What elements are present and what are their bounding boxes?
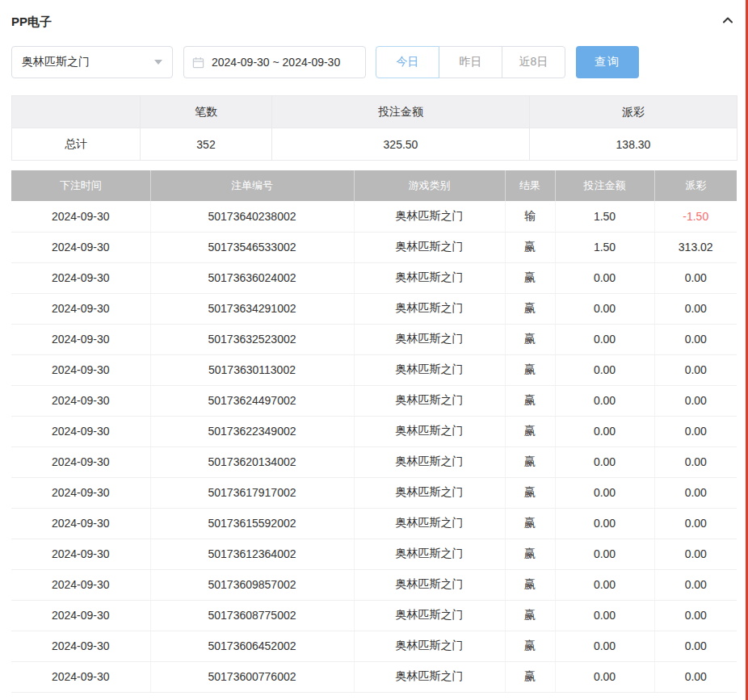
cell-result: 赢 [505,262,555,293]
cell-bet-time: 2024-09-30 [11,324,150,354]
table-row: 2024-09-3050173546533002奥林匹斯之门赢1.50313.0… [11,232,737,262]
cell-bet-amount: 0.00 [555,262,654,293]
panel-header: PP电子 [11,0,737,44]
cell-bet-amount: 0.00 [555,569,654,600]
summary-header-count: 笔数 [141,96,272,128]
summary-header-blank [12,96,141,128]
cell-order-id: 50173612364002 [150,539,354,569]
cell-game-type: 奥林匹斯之门 [354,631,505,661]
cell-order-id: 50173600776002 [150,661,354,692]
date-range-input[interactable]: 2024-09-30 ~ 2024-09-30 [183,46,366,78]
table-row: 2024-09-3050173640238002奥林匹斯之门输1.50-1.50 [11,201,737,232]
summary-bet-amount-value: 325.50 [272,128,530,161]
cell-game-type: 奥林匹斯之门 [354,232,505,262]
cell-payout: 0.00 [654,416,737,446]
cell-game-type: 奥林匹斯之门 [354,508,505,539]
cell-result: 赢 [505,631,555,661]
search-button[interactable]: 查询 [576,46,639,78]
cell-game-type: 奥林匹斯之门 [354,661,505,692]
table-row: 2024-09-3050173634291002奥林匹斯之门赢0.000.00 [11,293,737,324]
cell-order-id: 50173620134002 [150,446,354,477]
cell-payout: 0.00 [654,446,737,477]
bet-table-body: 2024-09-3050173640238002奥林匹斯之门输1.50-1.50… [11,201,737,692]
cell-payout: 0.00 [654,477,737,508]
cell-payout: 0.00 [654,293,737,324]
col-header-result: 结果 [505,170,555,201]
cell-result: 赢 [505,385,555,416]
table-row: 2024-09-3050173606452002奥林匹斯之门赢0.000.00 [11,631,737,661]
summary-table: 笔数 投注金额 派彩 总计 352 325.50 138.30 [11,95,737,161]
table-row: 2024-09-3050173609857002奥林匹斯之门赢0.000.00 [11,569,737,600]
cell-result: 赢 [505,508,555,539]
cell-order-id: 50173615592002 [150,508,354,539]
cell-payout: 0.00 [654,539,737,569]
cell-order-id: 50173609857002 [150,569,354,600]
cell-bet-amount: 0.00 [555,477,654,508]
summary-total-label: 总计 [12,128,141,161]
cell-bet-amount: 0.00 [555,354,654,385]
cell-bet-time: 2024-09-30 [11,661,150,692]
table-row: 2024-09-3050173617917002奥林匹斯之门赢0.000.00 [11,477,737,508]
cell-game-type: 奥林匹斯之门 [354,354,505,385]
date-range-value: 2024-09-30 ~ 2024-09-30 [212,56,340,69]
cell-bet-time: 2024-09-30 [11,354,150,385]
cell-game-type: 奥林匹斯之门 [354,262,505,293]
cell-bet-time: 2024-09-30 [11,416,150,446]
cell-payout: 0.00 [654,354,737,385]
game-select[interactable]: 奥林匹斯之门 [11,46,173,78]
cell-payout: 0.00 [654,385,737,416]
cell-payout: 0.00 [654,661,737,692]
col-header-bet-time: 下注时间 [11,170,150,201]
cell-bet-amount: 1.50 [555,232,654,262]
yesterday-button[interactable]: 昨日 [439,46,502,78]
cell-order-id: 50173546533002 [150,232,354,262]
today-button[interactable]: 今日 [376,46,439,78]
col-header-payout: 派彩 [654,170,737,201]
cell-bet-time: 2024-09-30 [11,385,150,416]
cell-bet-time: 2024-09-30 [11,631,150,661]
table-row: 2024-09-3050173630113002奥林匹斯之门赢0.000.00 [11,354,737,385]
cell-bet-amount: 0.00 [555,324,654,354]
summary-count-value: 352 [141,128,272,161]
game-select-value: 奥林匹斯之门 [22,55,90,69]
summary-payout-value: 138.30 [530,128,737,161]
cell-bet-amount: 0.00 [555,508,654,539]
summary-total-row: 总计 352 325.50 138.30 [12,128,737,161]
col-header-game-type: 游戏类别 [354,170,505,201]
cell-result: 赢 [505,539,555,569]
cell-payout: 0.00 [654,508,737,539]
table-row: 2024-09-3050173622349002奥林匹斯之门赢0.000.00 [11,416,737,446]
cell-bet-amount: 0.00 [555,631,654,661]
bet-table: 下注时间 注单编号 游戏类别 结果 投注金额 派彩 2024-09-305017… [11,170,737,693]
cell-order-id: 50173622349002 [150,416,354,446]
table-row: 2024-09-3050173600776002奥林匹斯之门赢0.000.00 [11,661,737,692]
table-row: 2024-09-3050173615592002奥林匹斯之门赢0.000.00 [11,508,737,539]
cell-bet-time: 2024-09-30 [11,569,150,600]
cell-bet-time: 2024-09-30 [11,446,150,477]
summary-header-bet-amount: 投注金额 [272,96,530,128]
quick-date-button-group: 今日 昨日 近8日 [376,46,565,78]
cell-game-type: 奥林匹斯之门 [354,446,505,477]
cell-payout: 0.00 [654,600,737,631]
table-row: 2024-09-3050173620134002奥林匹斯之门赢0.000.00 [11,446,737,477]
col-header-order-id: 注单编号 [150,170,354,201]
summary-header-row: 笔数 投注金额 派彩 [12,96,737,128]
cell-order-id: 50173640238002 [150,201,354,232]
cell-bet-time: 2024-09-30 [11,477,150,508]
collapse-panel-button[interactable] [719,13,737,31]
cell-bet-time: 2024-09-30 [11,508,150,539]
cell-bet-amount: 0.00 [555,539,654,569]
cell-game-type: 奥林匹斯之门 [354,201,505,232]
bet-table-header-row: 下注时间 注单编号 游戏类别 结果 投注金额 派彩 [11,170,737,201]
cell-bet-amount: 0.00 [555,600,654,631]
col-header-bet-amount: 投注金额 [555,170,654,201]
cell-game-type: 奥林匹斯之门 [354,416,505,446]
last-8-days-button[interactable]: 近8日 [502,46,565,78]
cell-payout: 0.00 [654,262,737,293]
cell-payout: 313.02 [654,232,737,262]
cell-game-type: 奥林匹斯之门 [354,324,505,354]
cell-order-id: 50173632523002 [150,324,354,354]
cell-bet-time: 2024-09-30 [11,600,150,631]
cell-game-type: 奥林匹斯之门 [354,600,505,631]
table-row: 2024-09-3050173636024002奥林匹斯之门赢0.000.00 [11,262,737,293]
